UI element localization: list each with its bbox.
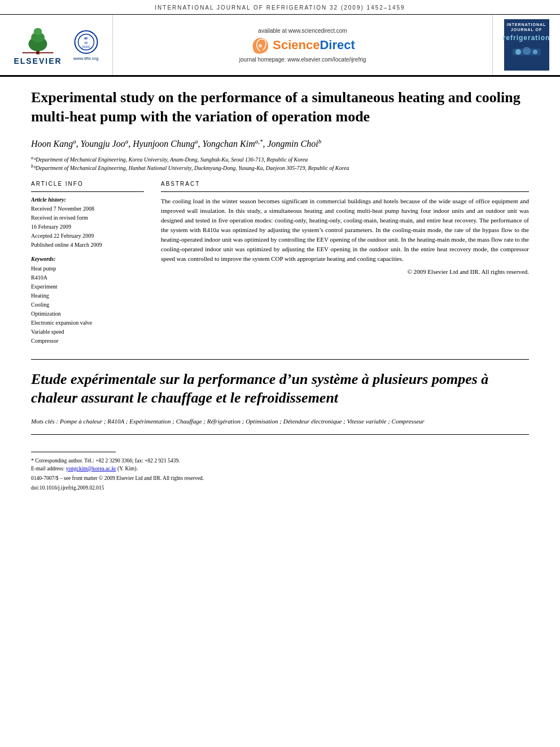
received-date: Received 7 November 2008 xyxy=(31,205,144,213)
author-youngju-joo: Youngju Joo xyxy=(81,139,125,148)
keyword-r410a: R410A xyxy=(31,273,144,282)
footnotes: * Corresponding author. Tél.: +82 2 3290… xyxy=(0,452,560,492)
article-info-header: ARTICLE INFO xyxy=(31,181,144,187)
affiliation-a: aᵃDepartment of Mechanical Engineering, … xyxy=(31,155,529,163)
affiliation-b: bᵇDepartment of Mechanical Engineering, … xyxy=(31,164,529,171)
svg-text:IIR: IIR xyxy=(84,41,88,45)
elsevier-logo: ELSEVIER xyxy=(14,24,62,65)
journal-cover: INTERNATIONAL JOURNAL OF refrigeration xyxy=(492,15,560,75)
copyright-text: © 2009 Elsevier Ltd and IIR. All rights … xyxy=(161,268,529,275)
author-yongchan-kim: Yongchan Kim xyxy=(203,139,255,148)
keywords-list: Heat pump R410A Experiment Heating Cooli… xyxy=(31,264,144,346)
logo-bar: ELSEVIER IIF IIR FRIDG www.iifiir.org av… xyxy=(0,15,560,77)
svg-point-14 xyxy=(533,50,537,54)
sd-direct-text: Direct xyxy=(320,38,355,52)
accepted-date: Accepted 22 February 2009 xyxy=(31,232,144,240)
sciencedirect-leaf-icon xyxy=(250,37,270,54)
sd-science-text: Science xyxy=(273,38,320,52)
footnote-divider xyxy=(31,452,116,452)
front-matter-text: 0140-7007/$ – see front matter © 2009 El… xyxy=(31,474,529,482)
journal-header: INTERNATIONAL JOURNAL OF REFRIGERATION 3… xyxy=(0,0,560,15)
article-history-label: Article history: xyxy=(31,196,144,203)
svg-rect-4 xyxy=(23,53,54,54)
page: INTERNATIONAL JOURNAL OF REFRIGERATION 3… xyxy=(0,0,560,747)
author-hyunjoon-chung: Hyunjoon Chung xyxy=(133,139,195,148)
journal-title-text: INTERNATIONAL JOURNAL OF REFRIGERATION 3… xyxy=(155,5,405,11)
received-revised-date: 16 February 2009 xyxy=(31,223,144,231)
received-revised-label: Received in revised form xyxy=(31,214,144,222)
keyword-optimization: Optimization xyxy=(31,309,144,318)
article-info-divider xyxy=(31,191,144,192)
elsevier-tree-icon xyxy=(21,24,55,55)
iifiir-emblem-icon: IIF IIR FRIDG xyxy=(73,29,99,55)
authors-line: Hoon Kanga, Youngju Jooa, Hyunjoon Chung… xyxy=(31,137,529,151)
refrig-journal-word: refrigeration xyxy=(503,34,550,42)
footnote-email: E-mail address: yongckim@korea.ac.kr (Y.… xyxy=(31,465,529,473)
email-name: (Y. Kim). xyxy=(117,466,138,471)
svg-point-12 xyxy=(515,49,521,55)
elsevier-wordmark: ELSEVIER xyxy=(14,56,62,65)
article-info-abstract: ARTICLE INFO Article history: Received 7… xyxy=(31,181,529,346)
keyword-heating: Heating xyxy=(31,291,144,300)
svg-point-13 xyxy=(523,47,531,55)
published-online-date: Published online 4 March 2009 xyxy=(31,241,144,249)
refrig-journal-header-text: INTERNATIONAL JOURNAL OF xyxy=(506,22,548,32)
abstract-header: ABSTRACT xyxy=(161,181,529,187)
abstract-divider xyxy=(161,191,529,192)
iifiir-logo: IIF IIR FRIDG www.iifiir.org xyxy=(73,29,99,61)
journal-homepage-text: journal homepage: www.elsevier.com/locat… xyxy=(239,56,366,63)
abstract-text: The cooling load in the winter season be… xyxy=(161,196,529,264)
keyword-cooling: Cooling xyxy=(31,300,144,309)
refrig-journal-decoration xyxy=(510,44,544,58)
svg-point-10 xyxy=(259,44,262,47)
keywords-label: Keywords: xyxy=(31,256,144,262)
author-jongmin-choi: Jongmin Choi xyxy=(267,139,318,148)
corresponding-author: * Corresponding author. Tél.: +82 2 3290… xyxy=(31,457,529,465)
keyword-compressor: Compressor xyxy=(31,337,144,346)
keyword-eev: Electronic expansion valve xyxy=(31,318,144,327)
email-label: E-mail address: xyxy=(31,466,64,471)
refrigeration-journal-cover-image: INTERNATIONAL JOURNAL OF refrigeration xyxy=(504,19,549,71)
available-at-text: available at www.sciencedirect.com xyxy=(258,28,347,34)
iifiir-url-text: www.iifiir.org xyxy=(73,56,98,61)
sciencedirect-logo: ScienceDirect xyxy=(250,37,355,54)
keyword-variable-speed: Variable speed xyxy=(31,327,144,337)
article-title: Experimental study on the performance of… xyxy=(31,88,529,126)
abstract-column: ABSTRACT The cooling load in the winter … xyxy=(161,181,529,346)
sciencedirect-wordmark: ScienceDirect xyxy=(273,38,355,53)
doi-text: doi:10.1016/j.ijrefrig.2009.02.015 xyxy=(31,484,529,492)
email-link[interactable]: yongckim@korea.ac.kr xyxy=(66,466,116,471)
svg-text:FRIDG: FRIDG xyxy=(82,46,90,49)
keyword-experiment: Experiment xyxy=(31,282,144,291)
french-title: Etude expérimentale sur la performance d… xyxy=(31,370,529,408)
french-section: Etude expérimentale sur la performance d… xyxy=(31,359,529,435)
author-hoon-kang: Hoon Kang xyxy=(31,139,73,148)
svg-point-3 xyxy=(34,28,42,35)
sciencedirect-section: available at www.sciencedirect.com Scien… xyxy=(113,15,492,75)
article-info-column: ARTICLE INFO Article history: Received 7… xyxy=(31,181,144,346)
keyword-heat-pump: Heat pump xyxy=(31,264,144,273)
main-content: Experimental study on the performance of… xyxy=(0,77,560,440)
svg-text:IIF: IIF xyxy=(84,37,88,40)
publisher-logos: ELSEVIER IIF IIR FRIDG www.iifiir.org xyxy=(0,15,113,75)
mots-cles: Mots clés : Pompe à chaleur ; R410A ; Ex… xyxy=(31,417,529,435)
affiliations: aᵃDepartment of Mechanical Engineering, … xyxy=(31,155,529,172)
